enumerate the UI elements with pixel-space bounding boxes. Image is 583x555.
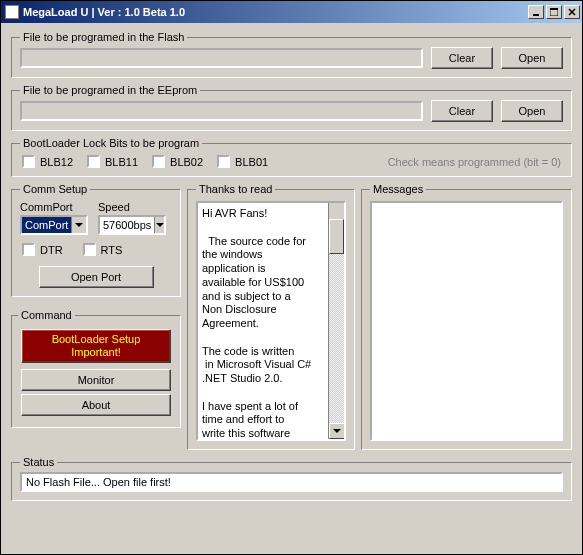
eeprom-group: File to be programed in the EEprom Clear…: [11, 84, 572, 131]
blb11-checkbox[interactable]: BLB11: [87, 155, 138, 168]
flash-clear-button[interactable]: Clear: [431, 47, 493, 69]
flash-group: File to be programed in the Flash Clear …: [11, 31, 572, 78]
speed-value: 57600bps: [100, 217, 154, 233]
flash-open-button[interactable]: Open: [501, 47, 563, 69]
eeprom-path-display: [20, 101, 423, 121]
blb02-checkbox[interactable]: BLB02: [152, 155, 203, 168]
lockbits-legend: BootLoader Lock Bits to be program: [20, 137, 202, 149]
command-group: Command BootLoader Setup Important! Moni…: [11, 309, 181, 428]
chevron-down-icon[interactable]: [71, 217, 86, 233]
svg-rect-2: [550, 8, 558, 10]
scrollbar[interactable]: [328, 203, 344, 439]
commport-value: ComPort: [22, 217, 71, 233]
commport-label: CommPort: [20, 201, 88, 213]
status-text: No Flash File... Open file first!: [20, 472, 563, 492]
dtr-checkbox[interactable]: DTR: [22, 243, 63, 256]
status-group: Status No Flash File... Open file first!: [11, 456, 572, 501]
thanks-textbox[interactable]: Hi AVR Fans! The source code for the win…: [196, 201, 346, 441]
speed-combo[interactable]: 57600bps: [98, 215, 166, 235]
close-button[interactable]: [564, 5, 580, 19]
speed-label: Speed: [98, 201, 166, 213]
comm-setup-group: Comm Setup CommPort ComPort Speed: [11, 183, 181, 297]
status-legend: Status: [20, 456, 57, 468]
bootloader-setup-button[interactable]: BootLoader Setup Important!: [21, 329, 171, 363]
open-port-button[interactable]: Open Port: [39, 266, 154, 288]
minimize-button[interactable]: [528, 5, 544, 19]
flash-path-display: [20, 48, 423, 68]
maximize-button[interactable]: [546, 5, 562, 19]
titlebar[interactable]: MegaLoad U | Ver : 1.0 Beta 1.0: [1, 1, 582, 23]
monitor-button[interactable]: Monitor: [21, 369, 171, 391]
lockbits-hint: Check means programmed (bit = 0): [388, 156, 561, 168]
messages-group: Messages: [361, 183, 572, 450]
thanks-legend: Thanks to read: [196, 183, 275, 195]
scroll-thumb[interactable]: [329, 219, 344, 254]
command-legend: Command: [18, 309, 75, 321]
chevron-down-icon[interactable]: [154, 217, 164, 233]
eeprom-clear-button[interactable]: Clear: [431, 100, 493, 122]
eeprom-open-button[interactable]: Open: [501, 100, 563, 122]
scroll-down-button[interactable]: [329, 423, 345, 439]
messages-legend: Messages: [370, 183, 426, 195]
scroll-track[interactable]: [329, 219, 344, 423]
blb01-checkbox[interactable]: BLB01: [217, 155, 268, 168]
client-area: File to be programed in the Flash Clear …: [1, 23, 582, 554]
app-window: MegaLoad U | Ver : 1.0 Beta 1.0 File to …: [0, 0, 583, 555]
commport-combo[interactable]: ComPort: [20, 215, 88, 235]
messages-textbox[interactable]: [370, 201, 563, 441]
app-icon: [5, 5, 19, 19]
thanks-text: Hi AVR Fans! The source code for the win…: [202, 207, 340, 441]
thanks-group: Thanks to read Hi AVR Fans! The source c…: [187, 183, 355, 450]
lockbits-group: BootLoader Lock Bits to be program BLB12…: [11, 137, 572, 177]
comm-legend: Comm Setup: [20, 183, 90, 195]
eeprom-legend: File to be programed in the EEprom: [20, 84, 200, 96]
rts-checkbox[interactable]: RTS: [83, 243, 123, 256]
svg-rect-0: [533, 14, 539, 16]
about-button[interactable]: About: [21, 394, 171, 416]
blb12-checkbox[interactable]: BLB12: [22, 155, 73, 168]
window-title: MegaLoad U | Ver : 1.0 Beta 1.0: [23, 6, 185, 18]
flash-legend: File to be programed in the Flash: [20, 31, 187, 43]
